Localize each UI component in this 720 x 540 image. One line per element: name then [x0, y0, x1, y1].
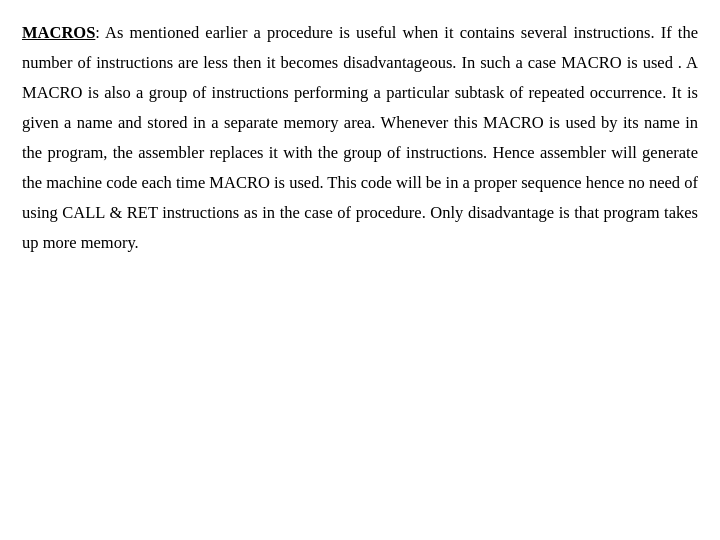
macros-paragraph: MACROS: As mentioned earlier a procedure…	[22, 18, 698, 258]
macros-heading: MACROS	[22, 23, 95, 42]
main-content: MACROS: As mentioned earlier a procedure…	[22, 18, 698, 258]
macros-body: As mentioned earlier a procedure is usef…	[22, 23, 698, 252]
